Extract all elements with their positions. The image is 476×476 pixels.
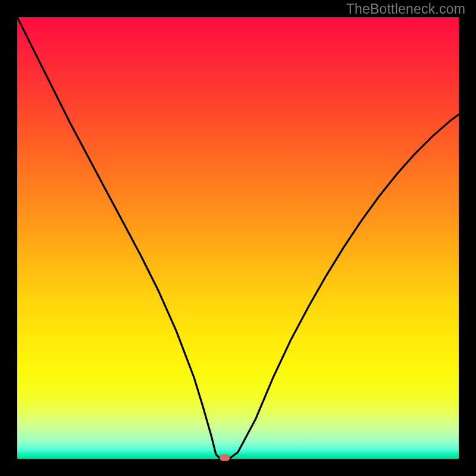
plot-area xyxy=(17,17,459,459)
curve-svg xyxy=(17,17,459,459)
minimum-marker xyxy=(220,455,230,461)
chart-frame: TheBottleneck.com xyxy=(0,0,476,476)
bottleneck-curve xyxy=(17,17,459,459)
watermark-text: TheBottleneck.com xyxy=(346,1,465,17)
